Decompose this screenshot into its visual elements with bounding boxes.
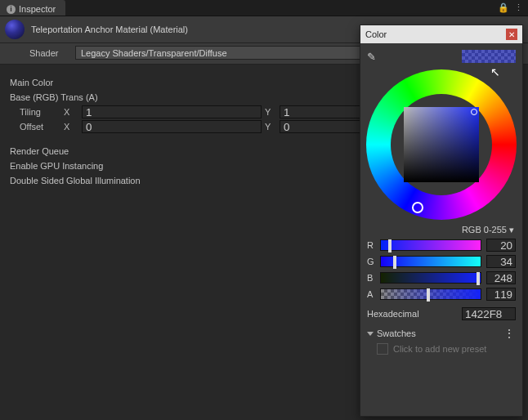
shader-label: Shader (29, 48, 70, 58)
axis-x2: X (64, 122, 78, 132)
axis-x: X (64, 107, 78, 117)
b-input[interactable] (486, 271, 516, 284)
swatch-menu-icon[interactable]: ⋮ (503, 327, 516, 340)
g-label: G (367, 257, 375, 266)
tab-menu-icon[interactable]: ⋮ (514, 2, 523, 13)
g-slider[interactable] (380, 256, 481, 267)
swatch-add-slot[interactable] (377, 343, 388, 355)
tiling-x-input[interactable] (82, 105, 262, 118)
eyedropper-icon[interactable]: ✎ (367, 51, 376, 63)
color-picker-title: Color (365, 29, 387, 39)
swatches-body: Click to add new preset (360, 342, 522, 363)
offset-label: Offset (20, 122, 60, 132)
hex-label: Hexadecimal (367, 309, 457, 319)
a-row: A (360, 286, 522, 302)
r-input[interactable] (486, 239, 516, 252)
b-row: B (360, 270, 522, 286)
info-icon: i (7, 5, 16, 14)
inspector-tab[interactable]: i Inspector (0, 0, 65, 16)
g-row: G (360, 253, 522, 270)
shader-value: Legacy Shaders/Transparent/Diffuse (81, 48, 227, 58)
b-slider[interactable] (380, 272, 481, 284)
color-mode-dropdown[interactable]: RGB 0-255 ▾ (462, 225, 514, 235)
color-picker: Color ✕ ✎ RGB 0-255 ▾ R G B (360, 25, 523, 417)
color-wheel[interactable] (366, 69, 517, 220)
a-slider[interactable] (380, 288, 481, 300)
a-label: A (367, 289, 375, 299)
swatches-header[interactable]: Swatches ⋮ (360, 322, 522, 342)
sv-box[interactable] (404, 107, 479, 182)
r-row: R (360, 237, 522, 253)
close-icon[interactable]: ✕ (506, 29, 517, 40)
axis-y: Y (265, 107, 276, 117)
tiling-label: Tiling (20, 107, 60, 117)
r-slider[interactable] (380, 239, 481, 251)
tab-label: Inspector (19, 4, 56, 14)
hex-row: Hexadecimal (360, 302, 522, 322)
material-preview-icon (5, 20, 25, 39)
hue-cursor[interactable] (412, 202, 423, 213)
offset-x-input[interactable] (82, 120, 262, 133)
b-label: B (367, 273, 375, 283)
sv-cursor[interactable] (471, 109, 477, 115)
color-picker-titlebar[interactable]: Color ✕ (360, 25, 522, 43)
g-input[interactable] (486, 255, 516, 268)
foldout-icon (367, 332, 374, 336)
lock-icon[interactable]: 🔒 (498, 2, 509, 13)
hex-input[interactable] (462, 307, 516, 320)
color-preview-swatch (462, 50, 516, 63)
swatch-hint: Click to add new preset (393, 344, 486, 354)
swatches-label: Swatches (377, 328, 416, 338)
tab-bar: i Inspector 🔒 ⋮ (0, 0, 528, 16)
a-input[interactable] (486, 288, 516, 301)
r-label: R (367, 240, 375, 250)
axis-y2: Y (265, 122, 276, 132)
